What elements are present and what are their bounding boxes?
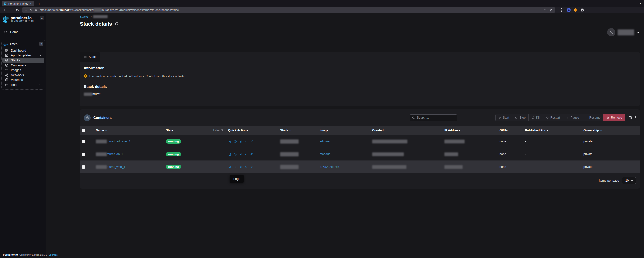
logs-icon[interactable] <box>228 165 231 169</box>
column-header-ip[interactable]: IP Address <box>444 128 460 132</box>
sidebar-item-networks[interactable]: Networks <box>2 73 44 78</box>
state-filter[interactable]: Filter <box>213 128 224 132</box>
tab-close-button[interactable]: × <box>29 2 32 5</box>
redacted-ip <box>444 152 458 156</box>
inspect-icon[interactable] <box>234 165 237 169</box>
ownership-value: private <box>583 140 592 143</box>
search-input[interactable] <box>417 116 455 119</box>
table-row: murat_db_1 running mariadb none - <box>80 148 640 161</box>
sort-icon[interactable]: ↓↑ <box>600 129 602 132</box>
redacted-stack <box>280 152 299 156</box>
refresh-icon[interactable] <box>115 22 119 26</box>
row-checkbox[interactable] <box>82 165 85 169</box>
inspect-icon[interactable] <box>234 140 237 143</box>
inspect-icon[interactable] <box>234 153 237 156</box>
container-link[interactable]: murat_db_1 <box>107 152 123 156</box>
items-per-page-value: 10 <box>625 179 629 182</box>
resume-button[interactable]: Resume <box>582 114 604 121</box>
stop-button[interactable]: Stop <box>512 114 529 121</box>
sidebar-item-host[interactable]: Host <box>2 82 44 88</box>
stats-icon[interactable] <box>239 165 242 169</box>
stats-icon[interactable] <box>239 140 242 143</box>
logs-icon[interactable] <box>228 153 231 156</box>
sort-icon[interactable]: ↓↑ <box>329 129 331 132</box>
table-header-row: Name↓↑ State↓↑ Filter Quick Actions Stac… <box>80 126 640 135</box>
stats-icon[interactable] <box>239 153 242 156</box>
container-link[interactable]: murat_adminer_1 <box>107 140 131 143</box>
column-header-ownership[interactable]: Ownership <box>583 128 599 132</box>
new-tab-button[interactable]: + <box>36 1 42 6</box>
column-header-stack[interactable]: Stack <box>280 128 288 132</box>
permissions-icon[interactable] <box>34 9 38 12</box>
sort-icon[interactable]: ↓↑ <box>289 129 291 132</box>
tab-stack[interactable]: Stack <box>80 52 100 62</box>
search-box[interactable] <box>410 114 457 121</box>
image-link[interactable]: adminer <box>320 140 330 143</box>
column-header-name[interactable]: Name <box>96 128 104 132</box>
image-link[interactable]: mariadb <box>320 152 330 156</box>
collapse-sidebar-button[interactable]: « <box>40 16 44 20</box>
kebab-menu-icon[interactable] <box>635 116 636 119</box>
pocket-icon[interactable] <box>560 8 563 12</box>
containers-widget: Containers Start Stop Kill Restart Pause… <box>80 109 640 189</box>
sidebar-item-stacks[interactable]: Stacks <box>2 58 44 63</box>
console-icon[interactable] <box>245 153 248 156</box>
sort-icon[interactable]: ↓↑ <box>105 129 107 132</box>
row-checkbox[interactable] <box>82 140 85 143</box>
attach-icon[interactable] <box>250 140 253 143</box>
restart-button[interactable]: Restart <box>543 114 563 121</box>
environment-close-button[interactable]: × <box>39 42 43 46</box>
items-per-page-select[interactable]: 10 <box>622 177 636 184</box>
reload-button[interactable] <box>15 8 20 13</box>
shield-icon[interactable] <box>24 8 28 12</box>
column-header-created[interactable]: Created <box>372 128 384 132</box>
sidebar-item-home[interactable]: Home <box>2 29 45 35</box>
remove-button[interactable]: Remove <box>603 114 625 121</box>
chevron-down-icon <box>636 31 640 34</box>
pause-button[interactable]: Pause <box>563 114 582 121</box>
back-button[interactable] <box>2 8 8 13</box>
logs-icon[interactable] <box>228 140 231 143</box>
redacted-stack <box>280 139 299 144</box>
portainer-favicon <box>4 2 7 5</box>
sidebar-item-app-templates[interactable]: App Templates <box>2 53 44 58</box>
image-link[interactable]: c75a292cd7b7 <box>320 165 339 169</box>
select-all-checkbox[interactable] <box>82 129 85 132</box>
sidebar-item-containers[interactable]: Containers <box>2 63 44 68</box>
sidebar-item-volumes[interactable]: Volumes <box>2 78 44 83</box>
lock-icon[interactable] <box>29 8 32 12</box>
start-button[interactable]: Start <box>495 114 512 121</box>
row-checkbox[interactable] <box>82 153 85 156</box>
column-header-image[interactable]: Image <box>320 128 328 132</box>
url-bar[interactable]: https://portainer.mur.at/#!/6/docker/sta… <box>22 7 555 13</box>
user-menu[interactable] <box>607 28 640 36</box>
sidebar-item-images[interactable]: Images <box>2 68 44 73</box>
attach-icon[interactable] <box>250 165 253 169</box>
kill-button[interactable]: Kill <box>529 114 543 121</box>
information-heading: Information <box>84 66 636 70</box>
logs-tooltip: Logs <box>230 175 244 183</box>
bookmark-star-icon[interactable] <box>549 8 553 12</box>
columns-settings-icon[interactable] <box>628 116 632 120</box>
console-icon[interactable] <box>245 165 248 169</box>
extension-icon[interactable] <box>573 8 578 12</box>
save-page-icon[interactable] <box>543 8 547 12</box>
lock-extension-icon[interactable] <box>567 8 571 12</box>
breadcrumb-stacks-link[interactable]: Stacks <box>80 15 89 18</box>
sidebar-item-dashboard[interactable]: Dashboard <box>2 48 44 53</box>
column-header-state[interactable]: State <box>166 128 173 132</box>
window-close-button[interactable]: × <box>639 2 641 5</box>
environment-header[interactable]: limes × <box>2 40 45 48</box>
console-icon[interactable] <box>245 140 248 143</box>
menu-icon[interactable] <box>587 9 590 11</box>
url-text[interactable]: https://portainer.mur.at/#!/6/docker/sta… <box>40 8 542 12</box>
container-link[interactable]: murat_web_1 <box>107 165 125 169</box>
forward-button[interactable] <box>8 8 14 13</box>
table-row: murat_web_1 running c75a292cd7b7 none - <box>80 161 640 174</box>
print-icon[interactable] <box>580 8 584 12</box>
sort-icon[interactable]: ↓↑ <box>174 129 176 132</box>
browser-tab[interactable]: Portainer | limes × <box>2 1 34 6</box>
sort-icon[interactable]: ↓↑ <box>461 129 463 132</box>
attach-icon[interactable] <box>250 153 253 156</box>
sort-icon[interactable]: ↓↑ <box>385 129 387 132</box>
